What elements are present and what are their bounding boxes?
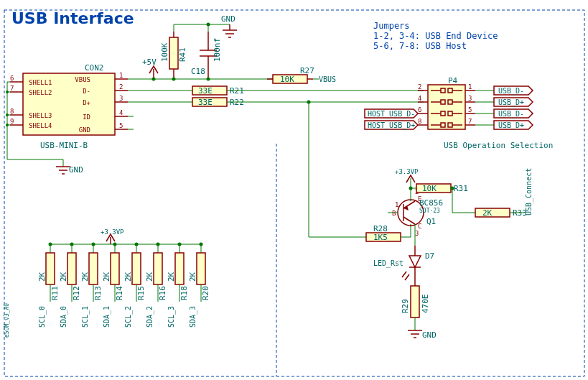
svg-text:1: 1 [468, 83, 472, 91]
svg-text:4: 4 [418, 95, 421, 102]
svg-text:100K: 100K [160, 42, 169, 62]
svg-text:D-: D- [83, 88, 90, 95]
svg-point-125 [6, 91, 9, 93]
net-vbus: VBUS [319, 75, 336, 83]
svg-line-173 [402, 272, 406, 277]
svg-text:USB_D-: USB_D- [498, 87, 524, 96]
section-title: USB Interface [11, 9, 134, 27]
svg-point-223 [157, 243, 160, 246]
net-host-dp: HOST_USB_D+ [365, 121, 418, 130]
svg-text:6: 6 [418, 106, 421, 113]
svg-text:SCL_0: SCL_0 [38, 306, 47, 328]
svg-text:2K: 2K [188, 272, 197, 282]
svg-text:1: 1 [395, 201, 398, 208]
svg-point-50 [207, 23, 210, 27]
svg-text:LED_Rst: LED_Rst [373, 259, 403, 268]
p4-caption: USB Operation Selection [444, 141, 553, 150]
net-usb-dp-a: USB_D+ [494, 98, 533, 107]
svg-text:BC856: BC856 [419, 198, 443, 208]
p4-header: P4 2 4 6 8 1 3 5 7 [418, 76, 475, 129]
pullup-array: +3.3VP [50, 228, 201, 244]
gnd-con2: GND [56, 165, 83, 175]
svg-line-174 [405, 274, 409, 280]
svg-text:2K: 2K [59, 272, 68, 282]
svg-point-163 [409, 187, 413, 190]
svg-point-202 [92, 243, 95, 246]
svg-text:R29: R29 [401, 299, 410, 313]
net-usb-dm-b: USB_D- [494, 109, 533, 119]
svg-point-127 [6, 124, 9, 126]
r28: R28 1K5 [366, 224, 401, 242]
svg-text:2: 2 [418, 83, 421, 91]
svg-text:4: 4 [119, 109, 123, 116]
power-5v: +5V [142, 57, 158, 79]
note-l1: Jumpers [373, 21, 410, 31]
gnd-bottom: GND [408, 330, 437, 340]
svg-rect-228 [175, 253, 184, 284]
svg-text:SHELL1: SHELL1 [29, 79, 52, 86]
svg-point-126 [6, 113, 9, 116]
svg-rect-30 [169, 37, 178, 69]
svg-rect-207 [111, 253, 119, 284]
svg-text:VBUS: VBUS [75, 76, 90, 83]
svg-text:SCL_1: SCL_1 [81, 306, 90, 328]
svg-text:GND: GND [221, 14, 235, 24]
svg-text:+3.3VP: +3.3VP [101, 228, 124, 236]
svg-line-141 [403, 217, 415, 224]
svg-text:B: B [392, 210, 396, 217]
svg-text:SCL_2: SCL_2 [124, 306, 133, 328]
svg-text:3: 3 [415, 230, 419, 237]
svg-text:R27: R27 [300, 66, 314, 75]
svg-rect-221 [154, 253, 162, 284]
svg-text:D7: D7 [425, 251, 434, 261]
q1: B E C 1 2 3 Q1 BC856 SOT-23 [392, 188, 443, 237]
svg-text:2K: 2K [145, 272, 154, 282]
svg-rect-200 [89, 253, 98, 284]
svg-text:SHELL4: SHELL4 [29, 122, 52, 129]
svg-point-230 [178, 243, 182, 246]
svg-text:2K: 2K [80, 272, 90, 282]
svg-text:8: 8 [418, 118, 421, 125]
svg-text:+5V: +5V [142, 57, 157, 67]
svg-text:2K: 2K [482, 208, 493, 218]
svg-text:SDA_2: SDA_2 [146, 306, 154, 328]
svg-text:USB_D+: USB_D+ [498, 98, 524, 107]
svg-text:33E: 33E [198, 86, 213, 96]
svg-point-44 [152, 78, 156, 81]
svg-text:P4: P4 [448, 76, 458, 85]
svg-text:33E: 33E [198, 98, 213, 107]
r31: R31 10K [416, 184, 468, 193]
svg-text:R13: R13 [93, 286, 103, 300]
svg-rect-164 [475, 208, 510, 217]
svg-text:8: 8 [10, 108, 14, 115]
svg-text:R20: R20 [201, 286, 210, 300]
svg-point-209 [113, 243, 117, 246]
svg-text:470E: 470E [421, 295, 430, 314]
svg-text:GND: GND [69, 165, 83, 175]
svg-text:Q1: Q1 [426, 217, 436, 226]
svg-text:SDA_0: SDA_0 [60, 306, 68, 328]
svg-point-216 [135, 243, 139, 246]
svg-text:R41: R41 [178, 47, 187, 62]
svg-text:USB_D-: USB_D- [498, 110, 524, 119]
con2-usb-mini-b: CON2 USB-MINI-B 6 7 8 9 SHELL1 SHELL2 SH… [10, 63, 128, 150]
r27: R27 10K [267, 66, 314, 84]
svg-text:C18: C18 [191, 67, 205, 76]
svg-point-161 [451, 187, 454, 190]
svg-text:SCL_3: SCL_3 [167, 306, 176, 328]
svg-text:HOST_USB_D+: HOST_USB_D+ [368, 121, 415, 130]
svg-text:SDA_1: SDA_1 [103, 306, 111, 328]
svg-text:GND: GND [422, 330, 437, 340]
svg-text:1: 1 [119, 72, 123, 79]
svg-text:6: 6 [10, 75, 14, 82]
r29: R29 470E [401, 286, 430, 318]
svg-text:GND: GND [79, 126, 90, 134]
note-l3: 5-6, 7-8: USB Host [373, 41, 467, 51]
note-l2: 1-2, 3-4: USB End Device [373, 31, 498, 41]
svg-point-45 [172, 78, 176, 81]
svg-text:R31: R31 [454, 184, 468, 193]
svg-text:R11: R11 [50, 286, 60, 300]
svg-text:5: 5 [468, 106, 472, 113]
svg-text:R16: R16 [158, 286, 167, 300]
svg-text:3: 3 [468, 95, 472, 102]
